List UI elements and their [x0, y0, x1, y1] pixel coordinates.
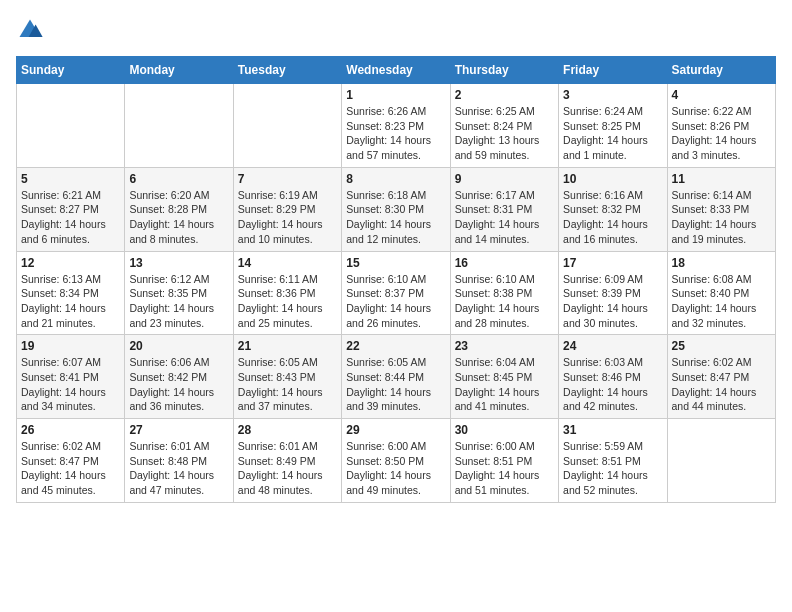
- weekday-header-wednesday: Wednesday: [342, 57, 450, 84]
- day-info: Sunrise: 6:00 AM Sunset: 8:50 PM Dayligh…: [346, 439, 445, 498]
- day-number: 30: [455, 423, 554, 437]
- weekday-header-thursday: Thursday: [450, 57, 558, 84]
- logo-icon: [16, 16, 44, 44]
- day-number: 19: [21, 339, 120, 353]
- day-number: 2: [455, 88, 554, 102]
- day-number: 15: [346, 256, 445, 270]
- calendar-cell: 12Sunrise: 6:13 AM Sunset: 8:34 PM Dayli…: [17, 251, 125, 335]
- day-info: Sunrise: 6:19 AM Sunset: 8:29 PM Dayligh…: [238, 188, 337, 247]
- day-number: 25: [672, 339, 771, 353]
- day-number: 27: [129, 423, 228, 437]
- day-info: Sunrise: 6:09 AM Sunset: 8:39 PM Dayligh…: [563, 272, 662, 331]
- day-number: 11: [672, 172, 771, 186]
- calendar-cell: 3Sunrise: 6:24 AM Sunset: 8:25 PM Daylig…: [559, 84, 667, 168]
- day-info: Sunrise: 6:01 AM Sunset: 8:48 PM Dayligh…: [129, 439, 228, 498]
- day-number: 1: [346, 88, 445, 102]
- calendar-cell: [17, 84, 125, 168]
- day-number: 31: [563, 423, 662, 437]
- day-number: 7: [238, 172, 337, 186]
- day-number: 12: [21, 256, 120, 270]
- day-number: 9: [455, 172, 554, 186]
- day-number: 26: [21, 423, 120, 437]
- day-number: 23: [455, 339, 554, 353]
- day-info: Sunrise: 6:26 AM Sunset: 8:23 PM Dayligh…: [346, 104, 445, 163]
- day-number: 16: [455, 256, 554, 270]
- calendar-cell: 10Sunrise: 6:16 AM Sunset: 8:32 PM Dayli…: [559, 167, 667, 251]
- day-info: Sunrise: 6:07 AM Sunset: 8:41 PM Dayligh…: [21, 355, 120, 414]
- calendar-cell: 19Sunrise: 6:07 AM Sunset: 8:41 PM Dayli…: [17, 335, 125, 419]
- logo: [16, 16, 48, 44]
- day-number: 18: [672, 256, 771, 270]
- page-header: [16, 16, 776, 44]
- calendar-cell: 4Sunrise: 6:22 AM Sunset: 8:26 PM Daylig…: [667, 84, 775, 168]
- day-number: 13: [129, 256, 228, 270]
- calendar-cell: 1Sunrise: 6:26 AM Sunset: 8:23 PM Daylig…: [342, 84, 450, 168]
- day-number: 3: [563, 88, 662, 102]
- day-info: Sunrise: 6:20 AM Sunset: 8:28 PM Dayligh…: [129, 188, 228, 247]
- weekday-header-row: SundayMondayTuesdayWednesdayThursdayFrid…: [17, 57, 776, 84]
- calendar-cell: [667, 419, 775, 503]
- day-info: Sunrise: 6:06 AM Sunset: 8:42 PM Dayligh…: [129, 355, 228, 414]
- day-number: 17: [563, 256, 662, 270]
- day-number: 5: [21, 172, 120, 186]
- calendar-cell: 26Sunrise: 6:02 AM Sunset: 8:47 PM Dayli…: [17, 419, 125, 503]
- calendar-cell: [125, 84, 233, 168]
- day-number: 6: [129, 172, 228, 186]
- calendar-cell: 20Sunrise: 6:06 AM Sunset: 8:42 PM Dayli…: [125, 335, 233, 419]
- day-info: Sunrise: 6:11 AM Sunset: 8:36 PM Dayligh…: [238, 272, 337, 331]
- calendar-cell: 25Sunrise: 6:02 AM Sunset: 8:47 PM Dayli…: [667, 335, 775, 419]
- calendar-cell: 11Sunrise: 6:14 AM Sunset: 8:33 PM Dayli…: [667, 167, 775, 251]
- calendar-cell: 5Sunrise: 6:21 AM Sunset: 8:27 PM Daylig…: [17, 167, 125, 251]
- calendar-cell: 31Sunrise: 5:59 AM Sunset: 8:51 PM Dayli…: [559, 419, 667, 503]
- day-info: Sunrise: 6:25 AM Sunset: 8:24 PM Dayligh…: [455, 104, 554, 163]
- weekday-header-sunday: Sunday: [17, 57, 125, 84]
- calendar-cell: [233, 84, 341, 168]
- day-info: Sunrise: 6:10 AM Sunset: 8:38 PM Dayligh…: [455, 272, 554, 331]
- weekday-header-saturday: Saturday: [667, 57, 775, 84]
- calendar-cell: 9Sunrise: 6:17 AM Sunset: 8:31 PM Daylig…: [450, 167, 558, 251]
- calendar-cell: 23Sunrise: 6:04 AM Sunset: 8:45 PM Dayli…: [450, 335, 558, 419]
- day-info: Sunrise: 6:01 AM Sunset: 8:49 PM Dayligh…: [238, 439, 337, 498]
- calendar-cell: 17Sunrise: 6:09 AM Sunset: 8:39 PM Dayli…: [559, 251, 667, 335]
- day-info: Sunrise: 6:05 AM Sunset: 8:44 PM Dayligh…: [346, 355, 445, 414]
- calendar-cell: 2Sunrise: 6:25 AM Sunset: 8:24 PM Daylig…: [450, 84, 558, 168]
- calendar-cell: 13Sunrise: 6:12 AM Sunset: 8:35 PM Dayli…: [125, 251, 233, 335]
- calendar-week-row: 12Sunrise: 6:13 AM Sunset: 8:34 PM Dayli…: [17, 251, 776, 335]
- day-number: 29: [346, 423, 445, 437]
- day-number: 8: [346, 172, 445, 186]
- day-info: Sunrise: 6:16 AM Sunset: 8:32 PM Dayligh…: [563, 188, 662, 247]
- calendar-cell: 30Sunrise: 6:00 AM Sunset: 8:51 PM Dayli…: [450, 419, 558, 503]
- calendar-week-row: 19Sunrise: 6:07 AM Sunset: 8:41 PM Dayli…: [17, 335, 776, 419]
- day-info: Sunrise: 6:13 AM Sunset: 8:34 PM Dayligh…: [21, 272, 120, 331]
- day-info: Sunrise: 6:21 AM Sunset: 8:27 PM Dayligh…: [21, 188, 120, 247]
- calendar-week-row: 5Sunrise: 6:21 AM Sunset: 8:27 PM Daylig…: [17, 167, 776, 251]
- calendar-week-row: 1Sunrise: 6:26 AM Sunset: 8:23 PM Daylig…: [17, 84, 776, 168]
- day-info: Sunrise: 5:59 AM Sunset: 8:51 PM Dayligh…: [563, 439, 662, 498]
- day-number: 21: [238, 339, 337, 353]
- calendar-cell: 28Sunrise: 6:01 AM Sunset: 8:49 PM Dayli…: [233, 419, 341, 503]
- calendar-cell: 15Sunrise: 6:10 AM Sunset: 8:37 PM Dayli…: [342, 251, 450, 335]
- calendar-cell: 14Sunrise: 6:11 AM Sunset: 8:36 PM Dayli…: [233, 251, 341, 335]
- day-info: Sunrise: 6:00 AM Sunset: 8:51 PM Dayligh…: [455, 439, 554, 498]
- calendar-cell: 27Sunrise: 6:01 AM Sunset: 8:48 PM Dayli…: [125, 419, 233, 503]
- day-info: Sunrise: 6:18 AM Sunset: 8:30 PM Dayligh…: [346, 188, 445, 247]
- day-number: 22: [346, 339, 445, 353]
- day-info: Sunrise: 6:05 AM Sunset: 8:43 PM Dayligh…: [238, 355, 337, 414]
- calendar-cell: 16Sunrise: 6:10 AM Sunset: 8:38 PM Dayli…: [450, 251, 558, 335]
- weekday-header-tuesday: Tuesday: [233, 57, 341, 84]
- day-info: Sunrise: 6:17 AM Sunset: 8:31 PM Dayligh…: [455, 188, 554, 247]
- day-number: 24: [563, 339, 662, 353]
- day-info: Sunrise: 6:14 AM Sunset: 8:33 PM Dayligh…: [672, 188, 771, 247]
- day-number: 14: [238, 256, 337, 270]
- day-info: Sunrise: 6:12 AM Sunset: 8:35 PM Dayligh…: [129, 272, 228, 331]
- weekday-header-monday: Monday: [125, 57, 233, 84]
- day-info: Sunrise: 6:04 AM Sunset: 8:45 PM Dayligh…: [455, 355, 554, 414]
- day-info: Sunrise: 6:03 AM Sunset: 8:46 PM Dayligh…: [563, 355, 662, 414]
- day-info: Sunrise: 6:10 AM Sunset: 8:37 PM Dayligh…: [346, 272, 445, 331]
- calendar-cell: 29Sunrise: 6:00 AM Sunset: 8:50 PM Dayli…: [342, 419, 450, 503]
- calendar-cell: 21Sunrise: 6:05 AM Sunset: 8:43 PM Dayli…: [233, 335, 341, 419]
- day-number: 10: [563, 172, 662, 186]
- day-info: Sunrise: 6:02 AM Sunset: 8:47 PM Dayligh…: [672, 355, 771, 414]
- calendar-cell: 6Sunrise: 6:20 AM Sunset: 8:28 PM Daylig…: [125, 167, 233, 251]
- day-info: Sunrise: 6:02 AM Sunset: 8:47 PM Dayligh…: [21, 439, 120, 498]
